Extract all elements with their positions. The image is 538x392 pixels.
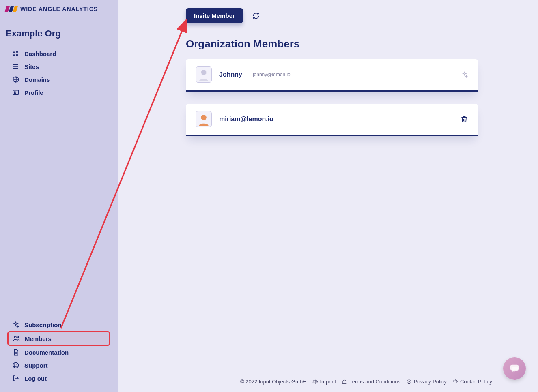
svg-point-0 (13, 51, 15, 53)
chat-bubbles-icon (509, 363, 520, 374)
sidebar-item-profile[interactable]: Profile (0, 86, 118, 99)
globe-icon (12, 76, 19, 83)
document-icon (12, 349, 19, 356)
sidebar-item-label: Dashboard (24, 50, 56, 57)
delete-member-button[interactable] (460, 115, 468, 123)
footer-copyright: © 2022 Input Objects GmbH (240, 379, 307, 385)
invite-member-button[interactable]: Invite Member (186, 8, 243, 23)
chat-fab[interactable] (503, 357, 526, 380)
avatar (196, 111, 212, 127)
svg-point-11 (15, 336, 17, 338)
footer-link-label: Cookie Policy (460, 379, 492, 385)
svg-line-19 (17, 363, 18, 364)
fingerprint-icon (452, 379, 458, 385)
sidebar-item-label: Profile (24, 89, 43, 96)
sidebar-item-label: Domains (24, 76, 50, 83)
sidebar-item-label: Documentation (24, 349, 69, 356)
svg-rect-28 (343, 381, 346, 383)
sidebar-item-dashboard[interactable]: Dashboard (0, 47, 118, 60)
grid-icon (12, 50, 19, 57)
svg-line-18 (17, 366, 18, 367)
users-icon (13, 335, 20, 342)
footer: © 2022 Input Objects GmbH Imprint Terms … (240, 379, 530, 385)
bank-icon (342, 379, 347, 385)
svg-point-10 (14, 92, 15, 93)
logout-icon (12, 375, 19, 382)
member-name: Johnny (219, 71, 242, 78)
svg-rect-3 (16, 54, 18, 56)
footer-link-cookie[interactable]: Cookie Policy (452, 379, 492, 385)
member-card: miriam@lemon.io (186, 104, 478, 136)
brand-name: WIDE ANGLE ANALYTICS (20, 6, 98, 12)
refresh-icon[interactable] (252, 12, 260, 20)
sidebar-nav-bottom: Subscription Members Documentation Suppo… (0, 318, 118, 385)
footer-link-imprint[interactable]: Imprint (312, 379, 336, 385)
brand-mark-icon (6, 6, 17, 12)
svg-point-16 (15, 364, 17, 366)
sidebar-nav-top: Dashboard Sites Domains Profile (0, 45, 118, 101)
topbar: Invite Member (186, 8, 478, 23)
sidebar-item-logout[interactable]: Log out (0, 372, 118, 385)
sidebar-item-label: Subscription (24, 321, 62, 328)
footer-link-label: Privacy Policy (414, 379, 447, 385)
svg-point-12 (17, 336, 19, 338)
sidebar-item-subscription[interactable]: Subscription (0, 318, 118, 331)
sidebar-item-documentation[interactable]: Documentation (0, 346, 118, 359)
sidebar-item-support[interactable]: Support (0, 359, 118, 372)
id-card-icon (12, 89, 19, 96)
svg-point-2 (13, 54, 15, 56)
sparkle-icon (12, 321, 19, 328)
member-card: Johnny johnny@lemon.io (186, 59, 478, 92)
svg-line-17 (14, 363, 15, 364)
member-list: Johnny johnny@lemon.io miriam@lemon.io (186, 59, 478, 136)
svg-rect-9 (13, 90, 19, 95)
member-email: johnny@lemon.io (253, 72, 291, 77)
svg-point-24 (201, 115, 207, 120)
avatar (196, 66, 212, 83)
owner-sparkle-icon (461, 71, 468, 78)
sidebar-item-sites[interactable]: Sites (0, 60, 118, 73)
svg-line-20 (14, 366, 15, 367)
sidebar-item-label: Support (24, 362, 48, 369)
org-name: Example Org (0, 17, 118, 45)
footer-link-privacy[interactable]: Privacy Policy (406, 379, 447, 385)
sidebar: WIDE ANGLE ANALYTICS Example Org Dashboa… (0, 0, 118, 392)
main-content: Invite Member Organization Members Johnn… (118, 0, 538, 392)
page-title: Organization Members (186, 38, 478, 50)
shield-check-icon (406, 379, 412, 385)
footer-link-terms[interactable]: Terms and Conditions (342, 379, 400, 385)
svg-point-1 (16, 51, 18, 53)
lifebuoy-icon (12, 362, 19, 369)
sidebar-item-label: Log out (24, 375, 47, 382)
sidebar-item-label: Members (25, 335, 52, 342)
sidebar-item-label: Sites (24, 63, 39, 70)
scales-icon (312, 379, 318, 385)
member-email: miriam@lemon.io (219, 116, 273, 123)
footer-link-label: Terms and Conditions (349, 379, 400, 385)
list-icon (12, 63, 19, 70)
sidebar-item-domains[interactable]: Domains (0, 73, 118, 86)
footer-link-label: Imprint (320, 379, 336, 385)
brand-logo[interactable]: WIDE ANGLE ANALYTICS (0, 4, 118, 17)
sidebar-item-members[interactable]: Members (7, 331, 110, 346)
